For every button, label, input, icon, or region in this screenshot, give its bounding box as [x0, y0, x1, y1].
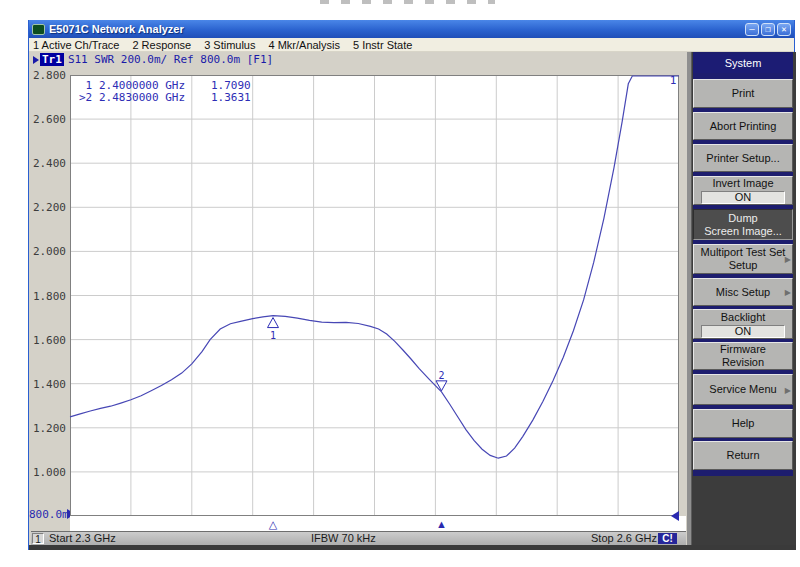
softkey-label: Backlight: [694, 311, 792, 324]
softkey-label: Screen Image...: [694, 225, 792, 238]
trace-status-line: Tr1 S11 SWR 200.0m/ Ref 800.0m [F1]: [33, 53, 273, 66]
y-axis-tick-label: 1.400: [29, 378, 66, 391]
close-button[interactable]: ✕: [777, 23, 791, 36]
submenu-arrow-icon: ▶: [785, 383, 791, 396]
softkey-print[interactable]: Print: [693, 79, 793, 108]
status-bar: 1 Start 2.3 GHz IFBW 70 kHz Stop 2.6 GHz…: [31, 531, 686, 545]
menu-item-5[interactable]: 5 Instr State: [353, 39, 412, 51]
menu-item-4[interactable]: 4 Mkr/Analysis: [268, 39, 340, 51]
active-trace-arrow-icon: [33, 56, 39, 64]
y-axis-tick-label: 1.000: [29, 466, 66, 479]
softkey-label: Setup: [694, 259, 792, 272]
window-title: E5071C Network Analyzer: [49, 23, 745, 35]
title-bar: E5071C Network Analyzer — ❐ ✕: [29, 20, 794, 38]
cropped-text-artifact: [320, 0, 495, 4]
marker-readout-freq: 2.4830000 GHz: [99, 92, 211, 104]
softkey-firmware-revision[interactable]: FirmwareRevision: [693, 342, 793, 370]
softkey-sidebar: System PrintAbort PrintingPrinter Setup.…: [687, 52, 796, 545]
y-axis-tick-label: 1.800: [29, 290, 66, 303]
softkey-column: System PrintAbort PrintingPrinter Setup.…: [693, 52, 793, 476]
sidebar-resize-strip: [687, 52, 692, 545]
trace-chip: Tr1: [40, 53, 64, 66]
minimize-button[interactable]: —: [745, 23, 759, 36]
softkey-multiport-test-set-setup[interactable]: Multiport Test SetSetup▶: [693, 244, 793, 274]
screen-content: Tr1 S11 SWR 200.0m/ Ref 800.0m [F1] 2.80…: [29, 52, 687, 550]
trace-marker-number: 1: [270, 330, 276, 341]
softkey-backlight[interactable]: BacklightON: [693, 309, 793, 339]
softkey-label: Printer Setup...: [694, 152, 792, 165]
softkey-label: Help: [694, 417, 792, 430]
window-controls: — ❐ ✕: [745, 23, 791, 36]
softkey-buttons: PrintAbort PrintingPrinter Setup...Inver…: [693, 79, 793, 470]
restore-button[interactable]: ❐: [761, 23, 775, 36]
softkey-label: Revision: [694, 356, 792, 369]
app-icon: [32, 24, 45, 35]
softkey-service-menu[interactable]: Service Menu▶: [693, 374, 793, 405]
menu-item-2[interactable]: 2 Response: [132, 39, 191, 51]
y-axis-tick-label: 2.400: [29, 157, 66, 170]
app-window: E5071C Network Analyzer — ❐ ✕ 1 Active C…: [28, 20, 795, 550]
trace-status-text: S11 SWR 200.0m/ Ref 800.0m [F1]: [68, 53, 273, 66]
softkey-menu-header: System: [693, 54, 793, 73]
softkey-label: Print: [694, 87, 792, 100]
softkey-help[interactable]: Help: [693, 409, 793, 438]
softkey-printer-setup[interactable]: Printer Setup...: [693, 144, 793, 172]
window-bottom-edge: [29, 545, 796, 550]
softkey-label: Multiport Test Set: [694, 246, 792, 259]
softkey-state: ON: [701, 325, 785, 338]
page: E5071C Network Analyzer — ❐ ✕ 1 Active C…: [0, 0, 800, 567]
marker-readout-row: >22.4830000 GHz1.3631: [79, 92, 251, 104]
stimulus-axis-strip: [70, 516, 686, 531]
stop-frequency-label: Stop 2.6 GHz: [591, 532, 657, 545]
softkey-invert-image[interactable]: Invert ImageON: [693, 176, 793, 205]
softkey-state: ON: [701, 191, 785, 204]
softkey-label: Invert Image: [694, 177, 792, 190]
submenu-arrow-icon: ▶: [785, 286, 791, 299]
y-axis-tick-label: 2.000: [29, 245, 66, 258]
softkey-dump-screen-image[interactable]: DumpScreen Image...: [693, 209, 793, 240]
menu-item-1[interactable]: 1 Active Ch/Trace: [33, 39, 119, 51]
start-frequency-label: Start 2.3 GHz: [49, 532, 116, 545]
menu-item-3[interactable]: 3 Stimulus: [204, 39, 255, 51]
marker-readout-val: 1.3631: [211, 92, 251, 104]
graticule: 121: [70, 75, 679, 516]
softkey-misc-setup[interactable]: Misc Setup▶: [693, 278, 793, 306]
softkey-label: Misc Setup: [694, 286, 792, 299]
ref-level-label: 800.0m: [29, 508, 66, 521]
cal-status-badge: C!: [658, 533, 677, 544]
menu-bar: 1 Active Ch/Trace2 Response3 Stimulus4 M…: [29, 38, 794, 52]
marker-readout-sel: >2: [79, 92, 99, 104]
submenu-arrow-icon: ▶: [785, 253, 791, 266]
softkey-label: Dump: [694, 212, 792, 225]
channel-number-box: 1: [32, 533, 44, 544]
active-marker-stimulus-icon: ▲: [435, 518, 447, 530]
softkey-label: Service Menu: [694, 383, 792, 396]
softkey-return[interactable]: Return: [693, 441, 793, 470]
trace-number-label: 1: [670, 74, 677, 87]
y-axis-tick-label: 2.800: [29, 69, 66, 82]
softkey-label: Firmware: [694, 343, 792, 356]
trace-marker-number: 2: [438, 370, 444, 381]
y-axis-tick-label: 1.600: [29, 334, 66, 347]
marker-readout: 12.4000000 GHz1.7090>22.4830000 GHz1.363…: [79, 80, 251, 104]
y-axis-tick-label: 2.600: [29, 113, 66, 126]
softkey-abort-printing[interactable]: Abort Printing: [693, 112, 793, 140]
ifbw-label: IFBW 70 kHz: [311, 532, 376, 545]
softkey-label: Return: [694, 449, 792, 462]
y-axis-tick-label: 2.200: [29, 201, 66, 214]
right-edge-indicator-icon: [671, 511, 679, 521]
softkey-label: Abort Printing: [694, 120, 792, 133]
marker-stimulus-icon: △: [267, 518, 279, 530]
y-axis-tick-label: 1.200: [29, 422, 66, 435]
